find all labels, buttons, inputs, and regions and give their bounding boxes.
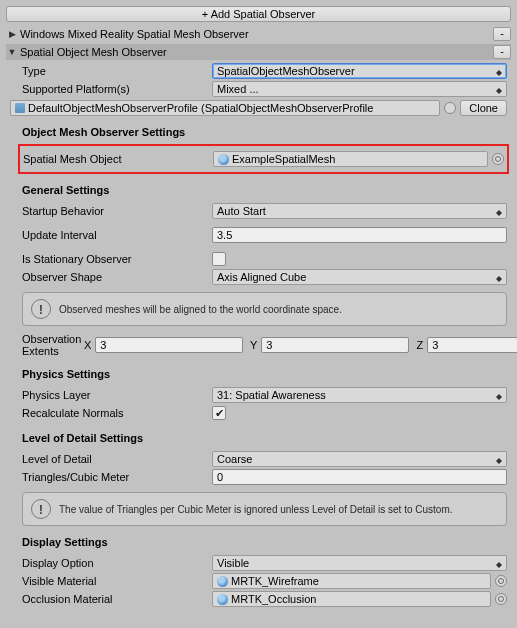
axis-z-label: Z <box>413 339 423 351</box>
physics-layer-dropdown[interactable]: 31: Spatial Awareness <box>212 387 507 403</box>
occlusion-material-value: MRTK_Occlusion <box>231 593 316 605</box>
mesh-asset-icon <box>218 154 229 165</box>
profile-picker-icon[interactable] <box>444 102 456 114</box>
physics-layer-label: Physics Layer <box>22 389 212 401</box>
spatial-mesh-value: ExampleSpatialMesh <box>232 153 335 165</box>
type-dropdown[interactable]: SpatialObjectMeshObserver <box>212 63 507 79</box>
lod-dropdown[interactable]: Coarse <box>212 451 507 467</box>
type-value: SpatialObjectMeshObserver <box>217 65 355 77</box>
expand-right-icon[interactable]: ▶ <box>6 28 18 40</box>
recalc-normals-checkbox[interactable]: ✔ <box>212 406 226 420</box>
clone-button[interactable]: Clone <box>460 100 507 116</box>
material-asset-icon <box>217 594 228 605</box>
physics-layer-value: 31: Spatial Awareness <box>217 389 326 401</box>
spatial-mesh-object-field[interactable]: ExampleSpatialMesh <box>213 151 488 167</box>
info-text-lod: The value of Triangles per Cubic Meter i… <box>59 504 453 515</box>
occlusion-material-field[interactable]: MRTK_Occlusion <box>212 591 491 607</box>
display-option-value: Visible <box>217 557 249 569</box>
profile-asset-icon <box>15 103 25 113</box>
type-label: Type <box>22 65 212 77</box>
platforms-label: Supported Platform(s) <box>22 83 212 95</box>
object-picker-icon[interactable] <box>495 575 507 587</box>
profile-value: DefaultObjectMeshObserverProfile (Spatia… <box>28 102 373 114</box>
triangles-input[interactable] <box>212 469 507 485</box>
occlusion-material-label: Occlusion Material <box>22 593 212 605</box>
extents-y-input[interactable] <box>261 337 409 353</box>
extents-label: Observation Extents <box>22 333 81 357</box>
observer-title: Spatial Object Mesh Observer <box>20 46 489 58</box>
info-box-lod: ! The value of Triangles per Cubic Meter… <box>22 492 507 526</box>
display-heading: Display Settings <box>22 536 507 548</box>
material-asset-icon <box>217 576 228 587</box>
physics-heading: Physics Settings <box>22 368 507 380</box>
info-box-alignment: ! Observed meshes will be aligned to the… <box>22 292 507 326</box>
shape-label: Observer Shape <box>22 271 212 283</box>
lod-label: Level of Detail <box>22 453 212 465</box>
lod-value: Coarse <box>217 453 252 465</box>
expand-down-icon[interactable]: ▼ <box>6 46 18 58</box>
settings-heading: Object Mesh Observer Settings <box>22 126 507 138</box>
add-spatial-observer-button[interactable]: + Add Spatial Observer <box>6 6 511 22</box>
general-heading: General Settings <box>22 184 507 196</box>
observer-header[interactable]: ▼ Spatial Object Mesh Observer - <box>6 44 511 60</box>
display-option-dropdown[interactable]: Visible <box>212 555 507 571</box>
info-text-alignment: Observed meshes will be aligned to the w… <box>59 304 342 315</box>
stationary-label: Is Stationary Observer <box>22 253 212 265</box>
interval-label: Update Interval <box>22 229 212 241</box>
info-icon: ! <box>31 499 51 519</box>
visible-material-label: Visible Material <box>22 575 212 587</box>
startup-dropdown[interactable]: Auto Start <box>212 203 507 219</box>
recalc-label: Recalculate Normals <box>22 407 212 419</box>
spatial-mesh-label: Spatial Mesh Object <box>23 153 213 165</box>
observer-shape-dropdown[interactable]: Axis Aligned Cube <box>212 269 507 285</box>
lod-heading: Level of Detail Settings <box>22 432 507 444</box>
collapsed-observer-header[interactable]: ▶ Windows Mixed Reality Spatial Mesh Obs… <box>6 26 511 42</box>
axis-y-label: Y <box>247 339 257 351</box>
platforms-dropdown[interactable]: Mixed ... <box>212 81 507 97</box>
remove-observer-button[interactable]: - <box>493 27 511 41</box>
axis-x-label: X <box>81 339 91 351</box>
extents-z-input[interactable] <box>427 337 517 353</box>
update-interval-input[interactable] <box>212 227 507 243</box>
startup-label: Startup Behavior <box>22 205 212 217</box>
display-option-label: Display Option <box>22 557 212 569</box>
spatial-mesh-highlight: Spatial Mesh Object ExampleSpatialMesh <box>18 144 509 174</box>
extents-x-input[interactable] <box>95 337 243 353</box>
remove-observer-button-2[interactable]: - <box>493 45 511 59</box>
visible-material-value: MRTK_Wireframe <box>231 575 319 587</box>
object-picker-icon[interactable] <box>495 593 507 605</box>
triangles-label: Triangles/Cubic Meter <box>22 471 212 483</box>
stationary-checkbox[interactable] <box>212 252 226 266</box>
startup-value: Auto Start <box>217 205 266 217</box>
info-icon: ! <box>31 299 51 319</box>
object-picker-icon[interactable] <box>492 153 504 165</box>
shape-value: Axis Aligned Cube <box>217 271 306 283</box>
profile-field[interactable]: DefaultObjectMeshObserverProfile (Spatia… <box>10 100 440 116</box>
visible-material-field[interactable]: MRTK_Wireframe <box>212 573 491 589</box>
platforms-value: Mixed ... <box>217 83 259 95</box>
collapsed-observer-title: Windows Mixed Reality Spatial Mesh Obser… <box>20 28 489 40</box>
